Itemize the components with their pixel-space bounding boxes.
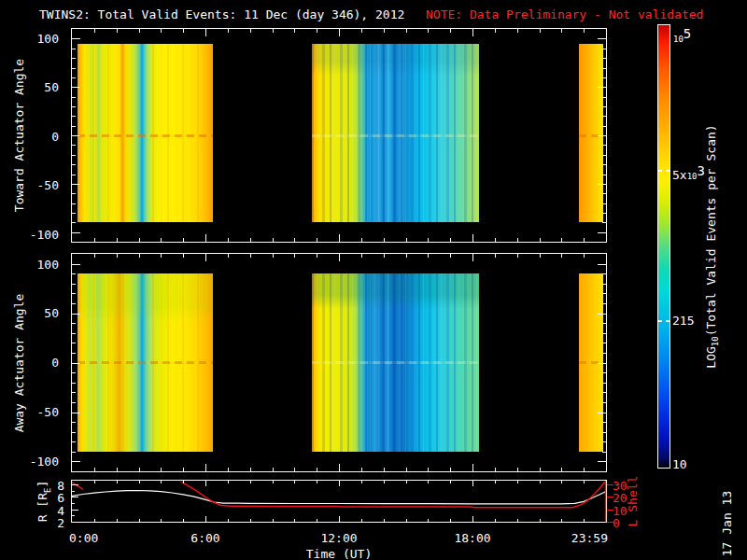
- tick-mark: [540, 238, 541, 242]
- tick-mark: [495, 519, 496, 522]
- tick-mark: [602, 293, 606, 294]
- r-tick-label: 2: [27, 516, 64, 530]
- tick-mark: [450, 29, 451, 33]
- tick-mark: [602, 441, 606, 442]
- tick-mark: [250, 254, 251, 258]
- tick-mark: [228, 481, 229, 483]
- tick-mark: [584, 519, 585, 522]
- tick-mark: [117, 238, 118, 242]
- tick-mark: [602, 273, 606, 274]
- tick-mark: [250, 29, 251, 33]
- spectrogram-panel-away: [71, 253, 607, 472]
- tick-mark: [598, 184, 606, 185]
- spectrogram-segment: [312, 44, 479, 222]
- tick-mark: [72, 515, 75, 516]
- tick-mark: [161, 481, 162, 483]
- tick-mark: [602, 77, 606, 78]
- tick-mark: [72, 484, 78, 485]
- tick-mark: [517, 519, 518, 522]
- tick-mark: [602, 392, 606, 393]
- tick-mark: [406, 481, 407, 483]
- colorbar-label-5e3: 5x103: [672, 163, 705, 182]
- tick-mark: [495, 468, 496, 471]
- tick-mark: [72, 497, 78, 497]
- tick-mark: [72, 284, 76, 285]
- tick-mark: [183, 481, 184, 483]
- tick-mark: [602, 126, 606, 127]
- tick-mark: [361, 519, 362, 522]
- tick-mark: [472, 254, 473, 261]
- lshell-axis-line: [605, 481, 606, 522]
- tick-mark: [317, 481, 317, 483]
- tick-mark: [161, 254, 162, 258]
- tick-mark: [339, 29, 340, 36]
- colorbar: [657, 24, 670, 469]
- spectrogram-segment: [579, 44, 603, 222]
- tick-mark: [517, 29, 518, 33]
- tick-mark: [602, 222, 606, 223]
- tick-mark: [139, 238, 140, 242]
- tick-mark: [72, 155, 76, 156]
- tick-mark: [598, 413, 606, 413]
- tick-mark: [72, 510, 78, 511]
- tick-mark: [250, 481, 251, 483]
- tick-mark: [72, 135, 80, 136]
- tick-mark: [540, 519, 541, 522]
- xtick-label: 12:00: [320, 531, 357, 545]
- tick-mark: [72, 38, 80, 39]
- tick-mark: [602, 58, 606, 59]
- tick-mark: [72, 303, 76, 304]
- tick-mark: [294, 519, 295, 522]
- tick-mark: [428, 254, 429, 258]
- tick-mark: [117, 468, 118, 471]
- tick-mark: [183, 468, 184, 471]
- tick-mark: [517, 254, 518, 258]
- tick-mark: [384, 519, 385, 522]
- lshell-tick-label: 20: [613, 491, 627, 505]
- tick-mark: [602, 303, 606, 304]
- tick-mark: [584, 468, 585, 471]
- tick-mark: [72, 383, 76, 384]
- tick-mark: [495, 481, 496, 483]
- tick-mark: [406, 254, 407, 258]
- spectrogram-segment: [78, 44, 213, 222]
- spectrogram-segment: [78, 273, 213, 452]
- tick-mark: [495, 29, 496, 33]
- tick-mark: [72, 222, 76, 223]
- tick-mark: [72, 402, 76, 403]
- tick-mark: [72, 491, 75, 492]
- tick-mark: [561, 519, 562, 522]
- tick-mark: [584, 481, 585, 483]
- lshell-tick-label: 0: [613, 516, 620, 530]
- tick-mark: [72, 363, 80, 364]
- ytick-label: 0: [21, 130, 59, 144]
- tick-mark: [384, 238, 385, 242]
- tick-mark: [72, 49, 76, 49]
- tick-mark: [517, 468, 518, 471]
- tick-mark: [139, 481, 140, 483]
- tick-mark: [598, 461, 606, 462]
- tick-mark: [472, 464, 473, 471]
- tick-mark: [205, 516, 206, 522]
- tick-mark: [339, 234, 340, 242]
- tick-mark: [602, 323, 606, 324]
- tick-mark: [561, 468, 562, 471]
- tick-mark: [72, 232, 80, 233]
- tick-mark: [361, 481, 362, 483]
- tick-mark: [384, 254, 385, 258]
- tick-mark: [205, 464, 206, 471]
- tick-mark: [339, 254, 340, 261]
- tick-mark: [250, 468, 251, 471]
- xtick-label: 18:00: [454, 531, 490, 545]
- tick-mark: [384, 481, 385, 483]
- tick-mark: [428, 468, 429, 471]
- tick-mark: [602, 284, 606, 285]
- tick-mark: [294, 468, 295, 471]
- tick-mark: [450, 238, 451, 242]
- tick-mark: [294, 254, 295, 258]
- tick-mark: [598, 38, 606, 39]
- tick-mark: [495, 238, 496, 242]
- tick-mark: [602, 213, 606, 214]
- tick-mark: [72, 441, 76, 442]
- tick-mark: [72, 58, 76, 59]
